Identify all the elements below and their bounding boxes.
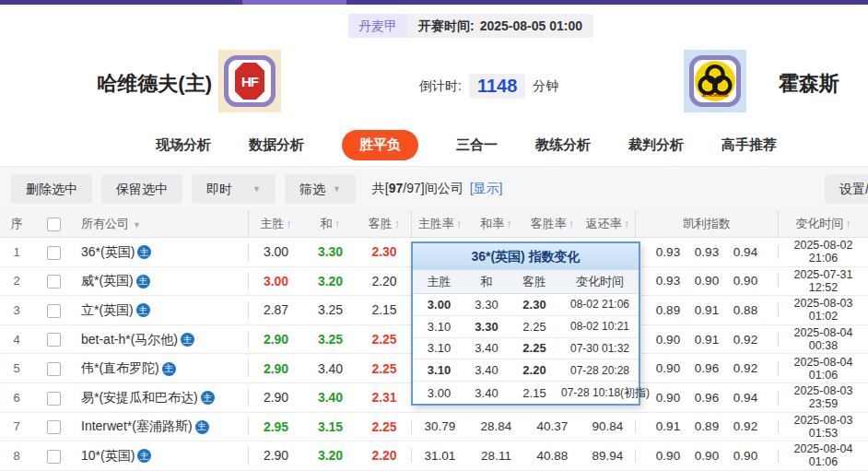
row-checkbox[interactable] — [47, 392, 61, 406]
draw-odds[interactable]: 3.25 — [303, 302, 358, 317]
nav-tab[interactable]: 胜平负 — [342, 130, 418, 160]
header-select-all[interactable] — [33, 210, 74, 238]
home-odds[interactable]: 2.90 — [249, 332, 303, 347]
home-odds[interactable]: 2.90 — [249, 361, 303, 376]
settings-button[interactable]: 设置/选择 — [825, 174, 868, 204]
header-change-time[interactable]: 变化时间↑ — [779, 210, 868, 238]
kelly-value: 0.90 — [733, 449, 757, 463]
row-checkbox[interactable] — [47, 333, 61, 347]
caret-down-icon: ▼ — [333, 174, 341, 204]
company-cell[interactable]: Interwet*(塞浦路斯)主 — [74, 418, 249, 435]
home-odds[interactable]: 2.90 — [249, 390, 303, 405]
main-company-badge-icon: 主 — [201, 391, 215, 405]
header-draw-rate[interactable]: 和率↑ — [468, 210, 524, 238]
kelly-value: 0.89 — [695, 419, 719, 433]
company-name: 36*(英国) — [81, 244, 135, 259]
delete-selected-button[interactable]: 删除选中 — [11, 174, 92, 204]
draw-odds[interactable]: 3.25 — [303, 332, 358, 347]
main-company-badge-icon: 主 — [136, 303, 150, 317]
home-odds[interactable]: 2.87 — [249, 302, 303, 317]
kickoff-label: 开赛时间: — [418, 18, 475, 33]
away-odds[interactable]: 2.25 — [358, 332, 412, 347]
row-checkbox[interactable] — [47, 450, 61, 464]
sort-asc-icon: ↑ — [456, 217, 463, 230]
header-draw-odds[interactable]: 和↑ — [303, 210, 358, 238]
home-odds[interactable]: 3.00 — [249, 274, 303, 288]
kickoff-time: 开赛时间:2025-08-05 01:00 — [407, 14, 593, 38]
popup-row: 3.003.302.3008-02 21:06 — [413, 294, 639, 316]
popup-body: 3.003.302.3008-02 21:063.103.302.2508-02… — [413, 294, 639, 404]
main-company-badge-icon: 主 — [162, 362, 176, 376]
away-odds[interactable]: 2.20 — [358, 448, 412, 463]
company-cell[interactable]: 伟*(直布罗陀)主 — [74, 359, 249, 377]
popup-title: 36*(英国) 指数变化 — [413, 243, 639, 270]
header-away-rate[interactable]: 客胜率↑ — [524, 210, 581, 238]
draw-odds[interactable]: 3.40 — [303, 390, 358, 405]
popup-draw-odds: 3.40 — [465, 363, 508, 377]
company-cell[interactable]: 威*(英国)主 — [74, 272, 249, 289]
company-name: bet-at-h*(马尔他) — [81, 332, 178, 347]
change-time: 2025-08-03 01:53 — [779, 414, 868, 440]
caret-down-icon: ▼ — [133, 220, 141, 230]
select-all-checkbox[interactable] — [47, 218, 61, 231]
popup-draw-odds: 3.40 — [465, 386, 508, 400]
away-odds[interactable]: 2.25 — [358, 419, 412, 434]
header-payout-rate[interactable]: 返还率↑ — [581, 210, 636, 238]
home-team-emblem-icon: HF — [235, 63, 264, 100]
table-row: 810*(英国)主2.903.202.2031.0128.1140.8889.9… — [0, 442, 868, 471]
company-cell[interactable]: 10*(英国)主 — [74, 447, 249, 465]
row-seq: 3 — [0, 303, 33, 317]
away-odds[interactable]: 2.25 — [358, 361, 412, 376]
sort-asc-icon: ↑ — [624, 217, 630, 230]
kelly-value: 0.91 — [695, 303, 719, 317]
header-away-odds[interactable]: 客胜↑ — [358, 210, 412, 238]
header-company[interactable]: 所有公司▼ — [74, 210, 249, 238]
row-checkbox[interactable] — [47, 246, 61, 260]
draw-odds[interactable]: 3.30 — [303, 244, 358, 259]
away-odds[interactable]: 2.20 — [358, 274, 412, 288]
popup-home-odds: 3.00 — [413, 386, 465, 400]
popup-row: 3.103.402.2507-30 01:32 — [413, 338, 639, 360]
nav-tab[interactable]: 现场分析 — [156, 136, 211, 154]
row-checkbox[interactable] — [47, 420, 61, 434]
company-cell[interactable]: bet-at-h*(马尔他)主 — [74, 331, 249, 348]
popup-home-odds: 3.10 — [413, 341, 465, 355]
header-home-odds[interactable]: 主胜↑ — [249, 210, 303, 238]
nav-tab[interactable]: 高手推荐 — [721, 136, 777, 154]
kelly-value: 0.90 — [733, 274, 757, 288]
home-odds[interactable]: 2.90 — [249, 448, 303, 463]
toolbar: 删除选中 保留选中 即时 ▼ 筛选 ▼ 共[97/97]间公司[显示] 设置/选… — [0, 166, 868, 210]
popup-away-odds: 2.25 — [508, 320, 561, 334]
show-link[interactable]: [显示] — [470, 181, 503, 195]
home-team-name: 哈维德夫(主) — [18, 70, 212, 98]
odds-change-popup: 36*(英国) 指数变化 主胜 和 客胜 变化时间 3.003.302.3008… — [411, 241, 640, 406]
company-cell[interactable]: 易*(安提瓜和巴布达)主 — [74, 389, 249, 406]
nav-tab[interactable]: 教练分析 — [535, 136, 591, 154]
nav-tab[interactable]: 数据分析 — [249, 136, 304, 154]
change-time: 2025-08-04 01:06 — [779, 356, 868, 382]
page: 丹麦甲 开赛时间:2025-08-05 01:00 哈维德夫(主) HF 倒计时… — [0, 0, 868, 471]
popup-header: 主胜 和 客胜 变化时间 — [413, 270, 639, 294]
away-odds[interactable]: 2.30 — [358, 244, 412, 259]
filter-dropdown[interactable]: 筛选 ▼ — [285, 174, 356, 204]
draw-odds[interactable]: 3.20 — [303, 448, 358, 463]
kelly-cell: 0.930.930.94 — [636, 245, 779, 259]
keep-selected-button[interactable]: 保留选中 — [101, 174, 182, 204]
header-home-rate[interactable]: 主胜率↑ — [412, 210, 468, 238]
kelly-value: 0.96 — [695, 391, 719, 405]
company-cell[interactable]: 立*(英国)主 — [74, 301, 249, 319]
draw-odds[interactable]: 3.15 — [303, 419, 358, 434]
row-checkbox[interactable] — [47, 362, 61, 376]
draw-odds[interactable]: 3.40 — [303, 361, 358, 376]
home-odds[interactable]: 3.00 — [249, 244, 303, 259]
nav-tab[interactable]: 裁判分析 — [628, 136, 684, 154]
away-odds[interactable]: 2.15 — [358, 302, 412, 317]
company-cell[interactable]: 36*(英国)主 — [74, 243, 249, 261]
live-dropdown[interactable]: 即时 ▼ — [192, 174, 276, 204]
nav-tab[interactable]: 三合一 — [456, 136, 498, 154]
row-checkbox[interactable] — [47, 304, 61, 318]
row-checkbox[interactable] — [47, 275, 61, 288]
home-odds[interactable]: 2.95 — [249, 419, 303, 434]
away-odds[interactable]: 2.31 — [358, 390, 412, 405]
draw-odds[interactable]: 3.20 — [303, 274, 358, 288]
